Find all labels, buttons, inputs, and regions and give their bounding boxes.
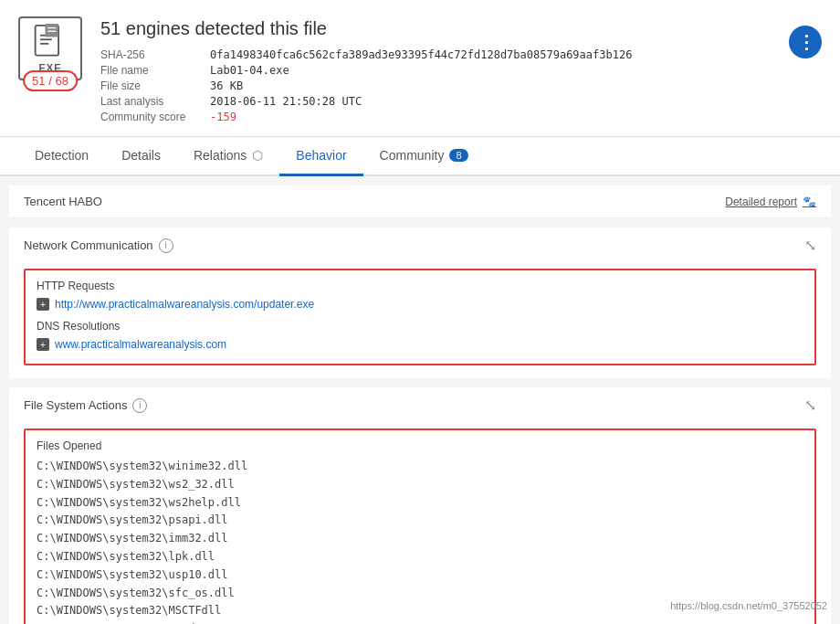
tab-community[interactable]: Community 8 xyxy=(363,137,485,176)
more-options-button[interactable]: ⋮ xyxy=(789,26,822,58)
dns-hostname: www.practicalmalwareanalysis.com xyxy=(55,338,226,351)
lastanalysis-value: 2018-06-11 21:50:28 UTC xyxy=(210,95,789,108)
tab-detection[interactable]: Detection xyxy=(18,137,105,176)
list-item: C:\WINDOWS\system32\wupdmgr.exe xyxy=(37,620,803,624)
file-actions-header: File System Actions i ⤡ xyxy=(9,387,831,421)
community-badge: 8 xyxy=(449,149,467,162)
network-boxed: HTTP Requests + http://www.practicalmalw… xyxy=(24,269,816,365)
tab-details[interactable]: Details xyxy=(105,137,177,176)
dns-item: + www.practicalmalwareanalysis.com xyxy=(37,338,803,351)
network-section-title: Network Communication i xyxy=(24,238,173,253)
file-title: 51 engines detected this file xyxy=(100,18,789,39)
http-request-url: http://www.practicalmalwareanalysis.com/… xyxy=(55,298,314,311)
list-item: C:\WINDOWS\system32\ws2_32.dll xyxy=(37,476,803,494)
files-opened-list: C:\WINDOWS\system32\winime32.dll C:\WIND… xyxy=(37,458,803,624)
detailed-report-label: Detailed report xyxy=(725,196,797,208)
svg-rect-4 xyxy=(46,24,59,37)
score-badge: 51 / 68 xyxy=(23,70,78,91)
network-collapse-button[interactable]: ⤡ xyxy=(804,237,816,254)
http-expand-icon[interactable]: + xyxy=(37,298,49,311)
tab-behavior[interactable]: Behavior xyxy=(279,137,362,176)
tab-details-label: Details xyxy=(121,148,161,163)
watermark: https://blog.csdn.net/m0_37552052 xyxy=(670,600,827,611)
files-opened-boxed: Files Opened C:\WINDOWS\system32\winime3… xyxy=(24,428,816,624)
list-item: C:\WINDOWS\system32\imm32.dll xyxy=(37,530,803,548)
sha256-value: 0fa1498340fca6c562cfa389ad3e93395f44c72f… xyxy=(210,48,789,61)
list-item: C:\WINDOWS\system32\psapi.dll xyxy=(37,512,803,530)
network-communication-section: Network Communication i ⤡ HTTP Requests … xyxy=(9,227,831,378)
sandbox-header: Tencent HABO Detailed report 🐾 xyxy=(9,185,831,218)
filename-value: Lab01-04.exe xyxy=(210,64,789,77)
filename-label: File name xyxy=(100,64,210,77)
network-title-label: Network Communication xyxy=(24,238,153,252)
sandbox-section: Tencent HABO Detailed report 🐾 xyxy=(9,185,831,218)
behavior-content: Tencent HABO Detailed report 🐾 Network C… xyxy=(0,185,840,624)
network-info-icon[interactable]: i xyxy=(159,238,173,253)
file-actions-body: Files Opened C:\WINDOWS\system32\winime3… xyxy=(9,421,831,624)
file-info: 51 engines detected this file SHA-256 0f… xyxy=(100,16,789,123)
http-request-item: + http://www.practicalmalwareanalysis.co… xyxy=(37,298,803,311)
tab-detection-label: Detection xyxy=(35,148,89,163)
lastanalysis-label: Last analysis xyxy=(100,95,210,108)
file-actions-info-icon[interactable]: i xyxy=(132,398,147,413)
tab-behavior-label: Behavior xyxy=(296,148,346,163)
tab-community-label: Community xyxy=(380,148,445,163)
file-icon-container: EXE 51 / 68 xyxy=(18,16,82,80)
communityscore-label: Community score xyxy=(100,111,210,123)
file-meta: SHA-256 0fa1498340fca6c562cfa389ad3e9339… xyxy=(100,48,789,123)
communityscore-value: -159 xyxy=(210,111,789,123)
network-section-header: Network Communication i ⤡ xyxy=(9,227,831,261)
files-opened-label: Files Opened xyxy=(37,439,803,452)
report-icon: 🐾 xyxy=(803,196,816,208)
list-item: C:\WINDOWS\system32\ws2help.dll xyxy=(37,494,803,513)
file-actions-collapse-button[interactable]: ⤡ xyxy=(804,397,816,414)
exe-file-icon xyxy=(32,24,68,60)
list-item: C:\WINDOWS\system32\winime32.dll xyxy=(37,458,803,476)
file-system-actions-section: File System Actions i ⤡ Files Opened C:\… xyxy=(9,387,831,624)
tab-relations-label: Relations xyxy=(194,148,247,163)
dns-resolutions-label: DNS Resolutions xyxy=(37,320,803,333)
filesize-value: 36 KB xyxy=(210,79,789,92)
more-options-icon: ⋮ xyxy=(797,33,814,51)
detailed-report-link[interactable]: Detailed report 🐾 xyxy=(725,196,816,208)
filesize-label: File size xyxy=(100,79,210,92)
sha256-label: SHA-256 xyxy=(100,48,210,61)
sandbox-name: Tencent HABO xyxy=(24,195,102,208)
list-item: C:\WINDOWS\system32\lpk.dll xyxy=(37,548,803,566)
tab-bar: Detection Details Relations ⬡ Behavior C… xyxy=(0,137,840,176)
relations-graph-icon: ⬡ xyxy=(252,148,263,163)
list-item: C:\WINDOWS\system32\usp10.dll xyxy=(37,566,803,585)
tab-relations[interactable]: Relations ⬡ xyxy=(177,137,279,176)
dns-resolutions: DNS Resolutions + www.practicalmalwarean… xyxy=(37,320,803,351)
file-actions-title: File System Actions i xyxy=(24,398,147,413)
file-actions-title-label: File System Actions xyxy=(24,398,127,412)
network-section-body: HTTP Requests + http://www.practicalmalw… xyxy=(9,261,831,378)
dns-expand-icon[interactable]: + xyxy=(37,338,49,351)
file-header: EXE 51 / 68 51 engines detected this fil… xyxy=(0,0,840,137)
http-requests-label: HTTP Requests xyxy=(37,280,803,292)
